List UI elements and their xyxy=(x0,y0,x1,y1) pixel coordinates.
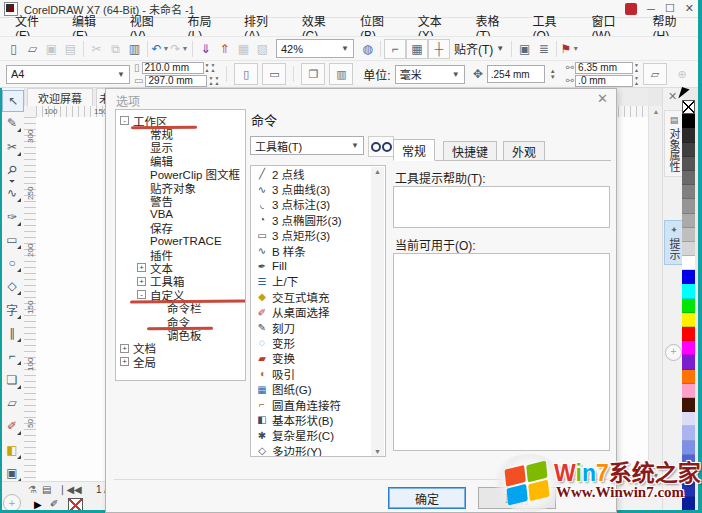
tab-welcome-screen[interactable]: 欢迎屏幕 xyxy=(27,88,93,106)
command-item[interactable]: ◖吸引 xyxy=(251,366,385,381)
chevron-down-icon[interactable]: ▼ xyxy=(572,45,579,52)
tree-item[interactable]: 保存 xyxy=(116,221,245,234)
tree-item[interactable]: +全局 xyxy=(116,355,245,368)
vertical-scrollbar[interactable]: ▲ ▼ xyxy=(648,106,663,481)
tree-item[interactable]: VBA xyxy=(116,208,245,221)
expand-icon[interactable]: + xyxy=(137,263,146,272)
nudge-input[interactable]: .254 mm xyxy=(487,65,545,83)
docker-tab-object-properties[interactable]: ▤对象属性 xyxy=(664,110,684,177)
color-swatch[interactable] xyxy=(682,299,695,313)
page-height-spinner2[interactable]: ▼▲ xyxy=(214,76,219,86)
docker-tab-hints[interactable]: ✦提示 xyxy=(664,220,684,265)
collapse-icon[interactable]: - xyxy=(137,290,146,299)
crop-tool[interactable]: ✂ xyxy=(2,137,22,157)
pick-tool[interactable]: ↖ xyxy=(2,90,24,112)
zoom-tool[interactable]: ⚲ xyxy=(0,156,26,184)
interactive-fill-tool[interactable]: ◧ xyxy=(2,440,22,460)
command-list-scrollbar[interactable]: ▲ ▼ xyxy=(371,167,384,456)
tree-item[interactable]: 插件 xyxy=(116,248,245,261)
command-item[interactable]: ∿3 点曲线(3) xyxy=(251,181,385,196)
portrait-button[interactable]: ▯ xyxy=(234,63,258,85)
chevron-down-icon[interactable]: ▼ xyxy=(163,45,170,52)
docker-close-icon[interactable]: ✕ xyxy=(668,90,677,103)
color-swatch[interactable] xyxy=(682,228,695,242)
command-item[interactable]: ◔3 点椭圆形(3) xyxy=(251,212,385,227)
rectangle-tool[interactable]: ▭ xyxy=(2,230,22,250)
color-swatch[interactable] xyxy=(682,256,695,270)
open-icon[interactable]: ▱ xyxy=(23,39,42,58)
color-swatch[interactable] xyxy=(682,284,695,298)
color-swatch[interactable] xyxy=(682,384,695,398)
command-item[interactable]: ◟3 点标注(3) xyxy=(251,197,385,212)
no-color-swatch[interactable] xyxy=(682,100,695,114)
color-swatch[interactable] xyxy=(682,370,695,384)
new-document-icon[interactable]: ▯ xyxy=(4,39,23,58)
parallel-dimension-tool[interactable]: ∥ xyxy=(2,323,22,343)
page-preset-combo[interactable]: A4▼ xyxy=(6,65,130,84)
duplicate-y-input[interactable]: .0 mm xyxy=(575,75,633,87)
color-swatch[interactable] xyxy=(682,327,695,341)
ellipse-tool[interactable]: ○ xyxy=(2,253,22,273)
command-item[interactable]: ◌变形 xyxy=(251,335,385,350)
launch-icon[interactable]: ◍ xyxy=(358,39,377,58)
command-item[interactable]: ✱复杂星形(C) xyxy=(251,428,385,443)
command-item[interactable]: ∿B 样条 xyxy=(251,243,385,258)
dialog-close-icon[interactable]: ✕ xyxy=(597,91,608,106)
expand-icon[interactable]: + xyxy=(137,277,146,286)
tree-item[interactable]: 贴齐对象 xyxy=(116,181,245,194)
nudge-spinner[interactable]: ▲▼ xyxy=(550,68,556,80)
command-item[interactable]: ✐从桌面选择 xyxy=(251,305,385,320)
duplicate-y-spinner[interactable]: ▼▲ xyxy=(634,76,639,86)
expand-icon[interactable]: + xyxy=(120,357,129,366)
page-width-spinner[interactable]: ▼▲ xyxy=(205,63,210,73)
snap-to-dropdown[interactable]: 贴齐(T)▼ xyxy=(450,40,508,57)
landscape-button[interactable]: ▭ xyxy=(262,63,286,85)
color-swatch[interactable] xyxy=(682,128,695,142)
color-swatch[interactable] xyxy=(682,199,695,213)
freehand-tool[interactable]: ∿ xyxy=(2,183,22,203)
tree-item[interactable]: PowerTRACE xyxy=(116,235,245,248)
color-swatch[interactable] xyxy=(682,398,695,412)
window-icon[interactable]: ▣ xyxy=(515,39,534,58)
command-item[interactable]: ▦图纸(G) xyxy=(251,381,385,396)
show-grid-icon[interactable]: ┼ xyxy=(428,39,450,59)
command-item[interactable]: ✎刻刀 xyxy=(251,320,385,335)
command-item[interactable]: ▰变换 xyxy=(251,351,385,366)
import-icon[interactable]: ⇓ xyxy=(196,39,215,58)
first-page-icon[interactable]: ❘◀ xyxy=(58,484,74,495)
collapse-icon[interactable]: - xyxy=(120,116,129,125)
color-swatch[interactable] xyxy=(682,157,695,171)
command-category-combo[interactable]: 工具箱(T)▼ xyxy=(250,136,364,155)
units-combo[interactable]: 毫米▼ xyxy=(395,65,465,84)
command-item[interactable]: ☰上/下 xyxy=(251,274,385,289)
undo-icon[interactable]: ↶▼ xyxy=(151,39,170,58)
color-swatch[interactable] xyxy=(682,341,695,355)
current-page-button[interactable]: ▥ xyxy=(329,63,353,85)
transparency-tool[interactable]: ▱ xyxy=(2,393,22,413)
command-item[interactable]: ⌐圆直角连接符 xyxy=(251,397,385,412)
list-scroll-up-icon[interactable]: ▲ xyxy=(371,168,384,175)
text-tool[interactable]: 字 xyxy=(2,300,22,320)
tree-item[interactable]: -工作区 xyxy=(116,114,245,127)
color-swatch[interactable] xyxy=(682,242,695,256)
tab-general[interactable]: 常规 xyxy=(393,139,435,161)
outline-pen-tool[interactable]: ▣ xyxy=(2,463,22,483)
all-pages-button[interactable]: ❐ xyxy=(301,63,325,85)
search-commands-button[interactable] xyxy=(368,136,394,157)
page-width-input[interactable]: 210.0 mm xyxy=(142,62,204,74)
tree-item[interactable]: 常规 xyxy=(116,127,245,140)
ok-button[interactable]: 确定 xyxy=(388,487,466,509)
previous-page-icon[interactable]: ◀ xyxy=(74,484,82,495)
options-tool-icon[interactable]: ⚑▼ xyxy=(560,39,579,58)
color-swatch[interactable] xyxy=(682,412,695,426)
color-swatch[interactable] xyxy=(682,143,695,157)
zoom-level-combo[interactable]: 42%▼ xyxy=(276,39,354,58)
polygon-tool[interactable]: ◇ xyxy=(2,276,22,296)
chevron-down-icon[interactable]: ▼ xyxy=(182,45,189,52)
command-item[interactable]: ✒Fill xyxy=(251,258,385,273)
play-icon[interactable]: ▶ xyxy=(34,499,42,510)
drop-shadow-tool[interactable]: ❏ xyxy=(2,370,22,390)
list-scroll-down-icon[interactable]: ▼ xyxy=(371,448,384,455)
color-swatch[interactable] xyxy=(682,313,695,327)
color-eyedropper-tool[interactable]: ✐ xyxy=(2,416,22,436)
